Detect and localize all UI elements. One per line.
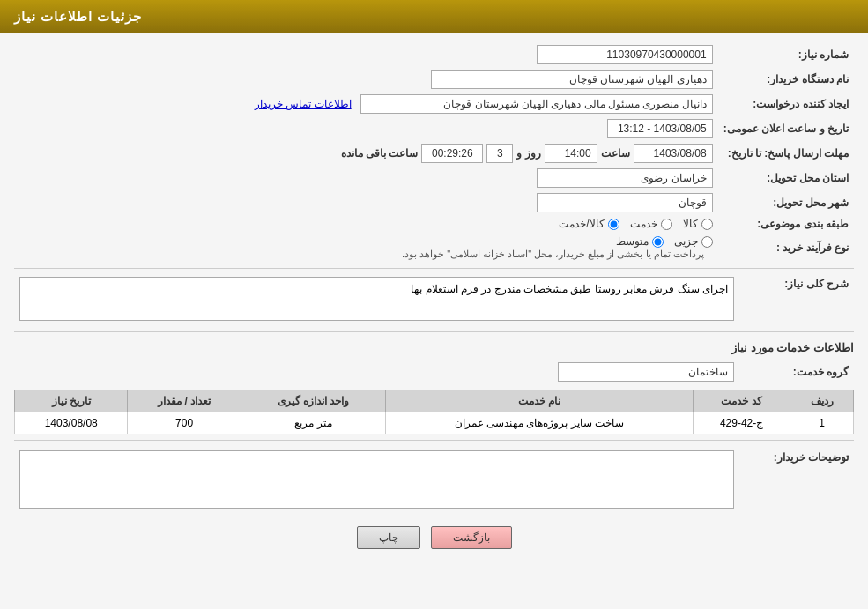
province-input: خراسان رضوی [537, 168, 713, 188]
services-header-row: ردیف کد خدمت نام خدمت واحد اندازه گیری ت… [15, 390, 854, 412]
announce-datetime-label: تاریخ و ساعت اعلان عمومی: [718, 116, 854, 141]
category-row: طبقه بندی موضوعی: کالا خدمت [14, 215, 854, 233]
province-row: استان محل تحویل: خراسان رضوی [14, 166, 854, 190]
col-service-code: کد خدمت [693, 390, 790, 412]
cell-row_num: 1 [790, 412, 854, 434]
service-group-table: گروه خدمت: ساختمان [14, 360, 854, 384]
need-desc-row: شرح کلی نیاز: [14, 274, 854, 326]
deadline-date-input: 1403/08/08 [634, 144, 713, 163]
cell-service_name: ساخت سایر پروژه‌های مهندسی عمران [386, 412, 694, 434]
deadline-datetime-row: 1403/08/08 ساعت 14:00 روز و 3 00:29:26 س… [19, 144, 713, 163]
services-table-header: ردیف کد خدمت نام خدمت واحد اندازه گیری ت… [15, 390, 854, 412]
purchase-type-row: نوع فرآیند خرید : جزیی متوسط پرداخت [14, 233, 854, 263]
deadline-label: مهلت ارسال پاسخ: تا تاریخ: [718, 141, 854, 166]
category-label: طبقه بندی موضوعی: [718, 215, 854, 233]
info-table: شماره نیاز: 11030970430000001 نام دستگاه… [14, 42, 854, 263]
category-kala-khadamat-label: کالا/خدمت [559, 218, 604, 230]
services-section: اطلاعات خدمات مورد نیاز گروه خدمت: ساختم… [14, 341, 854, 434]
divider-3 [14, 440, 854, 441]
category-kala-khadamat-radio[interactable] [608, 219, 619, 230]
announce-datetime-value: 1403/08/05 - 13:12 [14, 116, 718, 141]
category-khadamat-label: خدمت [630, 218, 657, 230]
announce-datetime-input: 1403/08/05 - 13:12 [607, 119, 713, 138]
buyer-notes-row: توضیحات خریدار: [14, 448, 854, 514]
need-desc-table: شرح کلی نیاز: [14, 274, 854, 326]
creator-contact-link[interactable]: اطلاعات تماس خریدار [255, 98, 352, 110]
col-service-name: نام خدمت [386, 390, 694, 412]
need-number-value: 11030970430000001 [14, 42, 718, 67]
col-quantity: تعداد / مقدار [128, 390, 241, 412]
purchase-motavaset-radio[interactable] [652, 236, 664, 248]
purchase-type-radio-group: جزیی متوسط [19, 235, 713, 248]
purchase-motavaset-option: متوسط [616, 235, 664, 248]
main-content: شماره نیاز: 11030970430000001 نام دستگاه… [0, 33, 868, 567]
page-header: جزئیات اطلاعات نیاز [0, 0, 868, 33]
divider-2 [14, 331, 854, 332]
cell-service_code: ج-42-429 [693, 412, 790, 434]
need-desc-value [14, 274, 739, 326]
print-button[interactable]: چاپ [357, 526, 420, 549]
city-label: شهر محل تحویل: [718, 190, 854, 215]
category-value: کالا خدمت کالا/خدمت [14, 215, 718, 233]
page-title: جزئیات اطلاعات نیاز [14, 9, 142, 24]
need-number-row: شماره نیاز: 11030970430000001 [14, 42, 854, 67]
buyer-org-row: نام دستگاه خریدار: دهیاری الهیان شهرستان… [14, 67, 854, 92]
deadline-value: 1403/08/08 ساعت 14:00 روز و 3 00:29:26 س… [14, 141, 718, 166]
category-kala-option: کالا [683, 218, 713, 230]
need-desc-textarea[interactable] [19, 277, 734, 321]
service-group-value: ساختمان [14, 360, 739, 384]
deadline-remaining-input: 00:29:26 [421, 144, 483, 163]
table-row: 1ج-42-429ساخت سایر پروژه‌های مهندسی عمرا… [15, 412, 854, 434]
purchase-jozii-label: جزیی [674, 235, 698, 248]
purchase-motavaset-label: متوسط [616, 235, 649, 248]
buyer-notes-label: توضیحات خریدار: [739, 448, 854, 514]
buyer-notes-value [14, 448, 739, 514]
page-wrapper: جزئیات اطلاعات نیاز شماره نیاز: 11030970… [0, 0, 868, 609]
col-need-date: تاریخ نیاز [15, 390, 128, 412]
purchase-jozii-radio[interactable] [701, 236, 713, 248]
services-data-table: ردیف کد خدمت نام خدمت واحد اندازه گیری ت… [14, 390, 854, 434]
category-kala-radio[interactable] [701, 219, 713, 230]
category-kala-khadamat-option: کالا/خدمت [559, 218, 619, 230]
deadline-time-input: 14:00 [545, 144, 597, 163]
province-label: استان محل تحویل: [718, 166, 854, 190]
service-group-input: ساختمان [558, 362, 734, 382]
cell-quantity: 700 [128, 412, 241, 434]
need-number-label: شماره نیاز: [718, 42, 854, 67]
need-number-input: 11030970430000001 [537, 45, 713, 64]
buyer-org-input: دهیاری الهیان شهرستان قوچان [431, 70, 713, 89]
buttons-row: بازگشت چاپ [14, 526, 854, 549]
buyer-org-label: نام دستگاه خریدار: [718, 67, 854, 92]
deadline-days-input: 3 [486, 144, 513, 163]
service-group-label: گروه خدمت: [739, 360, 854, 384]
deadline-time-label: ساعت [601, 147, 630, 160]
col-unit: واحد اندازه گیری [241, 390, 385, 412]
category-radio-group: کالا خدمت کالا/خدمت [19, 218, 713, 230]
purchase-type-label: نوع فرآیند خرید : [718, 233, 854, 263]
buyer-org-value: دهیاری الهیان شهرستان قوچان [14, 67, 718, 92]
cell-need_date: 1403/08/08 [15, 412, 128, 434]
city-input: قوچان [537, 193, 713, 212]
back-button[interactable]: بازگشت [431, 526, 512, 549]
service-group-row: گروه خدمت: ساختمان [14, 360, 854, 384]
purchase-notice: پرداخت تمام یا بخشی از مبلغ خریدار، محل … [402, 249, 704, 259]
announce-datetime-row: تاریخ و ساعت اعلان عمومی: 1403/08/05 - 1… [14, 116, 854, 141]
city-value: قوچان [14, 190, 718, 215]
deadline-days-label: روز و [516, 147, 540, 160]
services-section-title: اطلاعات خدمات مورد نیاز [14, 341, 854, 354]
creator-value: دانیال منصوری مسئول مالی دهیاری الهیان ش… [14, 92, 718, 116]
buyer-notes-table: توضیحات خریدار: [14, 448, 854, 514]
cell-unit: متر مربع [241, 412, 385, 434]
creator-input: دانیال منصوری مسئول مالی دهیاری الهیان ش… [360, 94, 713, 114]
province-value: خراسان رضوی [14, 166, 718, 190]
category-khadamat-radio[interactable] [661, 219, 672, 230]
creator-label: ایجاد کننده درخواست: [718, 92, 854, 116]
category-khadamat-option: خدمت [630, 218, 672, 230]
deadline-remaining-label: ساعت باقی مانده [341, 147, 419, 160]
buyer-notes-textarea[interactable] [19, 450, 734, 509]
purchase-type-value: جزیی متوسط پرداخت تمام یا بخشی از مبلغ خ… [14, 233, 718, 263]
col-row-num: ردیف [790, 390, 854, 412]
category-kala-label: کالا [683, 218, 698, 230]
purchase-jozii-option: جزیی [674, 235, 713, 248]
city-row: شهر محل تحویل: قوچان [14, 190, 854, 215]
